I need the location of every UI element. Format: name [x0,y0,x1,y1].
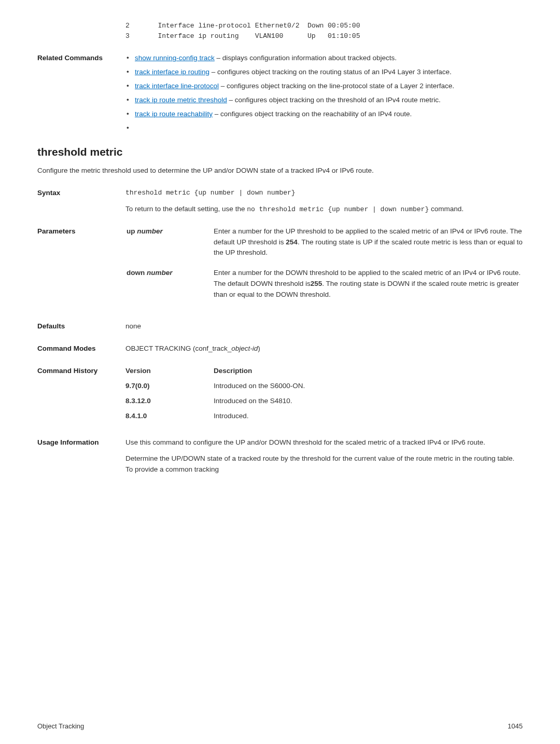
related-text: – configures object tracking on the reac… [213,110,412,118]
param-name: down number [125,268,214,300]
param-name-var: number [147,269,173,277]
related-item: show running-config track – displays con… [125,53,523,64]
related-text: – configures object tracking on the line… [219,82,454,90]
param-name: up number [125,226,214,259]
modes-value: OBJECT TRACKING (conf_track_object-id) [125,343,523,354]
usage-para-1: Use this command to configure the UP and… [125,437,523,448]
syntax-content: threshold metric {up number | down numbe… [125,188,523,214]
history-version: 8.3.12.0 [125,396,214,407]
history-row: 9.7(0.0) Introduced on the S6000-ON. [125,381,523,392]
section-intro: Configure the metric threshold used to d… [37,166,523,176]
related-text: – configures object tracking on the rout… [209,68,452,76]
related-list: show running-config track – displays con… [125,53,523,120]
related-link[interactable]: track ip route metric threshold [135,96,227,104]
param-row: down number Enter a number for the DOWN … [125,268,523,300]
defaults-label: Defaults [37,321,125,332]
related-link[interactable]: show running-config track [135,54,215,62]
section-heading: threshold metric [37,144,523,161]
defaults-value: none [125,321,523,332]
history-version: 8.4.1.0 [125,411,214,422]
usage-block: Usage Information Use this command to co… [37,437,523,475]
history-block: Command History Version Description 9.7(… [37,366,523,426]
related-item: track ip route metric threshold – config… [125,95,523,106]
history-header: Version Description [125,366,523,377]
param-name-var: number [137,227,163,235]
related-content: show running-config track – displays con… [125,53,523,123]
footer-right: 1045 [508,721,523,732]
modes-block: Command Modes OBJECT TRACKING (conf_trac… [37,343,523,354]
history-desc: Introduced on the S6000-ON. [214,381,523,392]
param-name-text: up [127,227,137,235]
usage-para-2: Determine the UP/DOWN state of a tracked… [125,453,523,475]
modes-pre: OBJECT TRACKING (conf_track_ [125,345,231,352]
related-item: track ip route reachability – configures… [125,109,523,120]
usage-label: Usage Information [37,437,125,475]
related-commands: Related Commands show running-config tra… [37,53,523,123]
defaults-block: Defaults none [37,321,523,332]
parameters-content: up number Enter a number for the UP thre… [125,226,523,310]
history-label: Command History [37,366,125,426]
page-footer: Object Tracking 1045 [37,721,523,732]
param-desc-bold: 254 [286,238,298,246]
related-item: track interface line-protocol – configur… [125,81,523,92]
syntax-return-pre: To return to the default setting, use th… [125,205,247,213]
param-row: up number Enter a number for the UP thre… [125,226,523,259]
param-desc: Enter a number for the DOWN threshold to… [214,268,523,300]
modes-label: Command Modes [37,343,125,354]
history-version: 9.7(0.0) [125,381,214,392]
history-desc: Introduced on the S4810. [214,396,523,407]
syntax-return-post: command. [429,205,464,213]
history-head-version: Version [125,366,214,377]
history-row: 8.4.1.0 Introduced. [125,411,523,422]
syntax-block: Syntax threshold metric {up number | dow… [37,188,523,214]
footer-left: Object Tracking [37,721,84,732]
related-link[interactable]: track ip route reachability [135,110,213,118]
related-link[interactable]: track interface ip routing [135,68,209,76]
syntax-return-code: no threshold metric {up number | down nu… [247,205,429,213]
modes-post: ) [258,345,260,352]
syntax-code: threshold metric {up number | down numbe… [125,188,523,198]
param-desc-bold: 255 [311,280,323,287]
history-head-desc: Description [214,366,523,377]
code-line-1: 2 Interface line-protocol Ethernet0/2 Do… [125,21,523,31]
syntax-label: Syntax [37,188,125,214]
history-desc: Introduced. [214,411,523,422]
parameters-block: Parameters up number Enter a number for … [37,226,523,310]
history-content: Version Description 9.7(0.0) Introduced … [125,366,523,426]
usage-content: Use this command to configure the UP and… [125,437,523,475]
related-item: track interface ip routing – configures … [125,67,523,78]
history-row: 8.3.12.0 Introduced on the S4810. [125,396,523,407]
code-output: 2 Interface line-protocol Ethernet0/2 Do… [125,21,523,42]
param-name-text: down [127,269,147,277]
modes-it: object-id [231,345,258,352]
code-line-2: 3 Interface ip routing VLAN100 Up 01:10:… [125,31,523,42]
syntax-return: To return to the default setting, use th… [125,204,523,215]
related-link[interactable]: track interface line-protocol [135,82,219,90]
param-desc: Enter a number for the UP threshold to b… [214,226,523,259]
related-text: – configures object tracking on the thre… [227,96,441,104]
related-text: – displays configuration information abo… [215,54,397,62]
parameters-label: Parameters [37,226,125,310]
related-label: Related Commands [37,53,125,123]
